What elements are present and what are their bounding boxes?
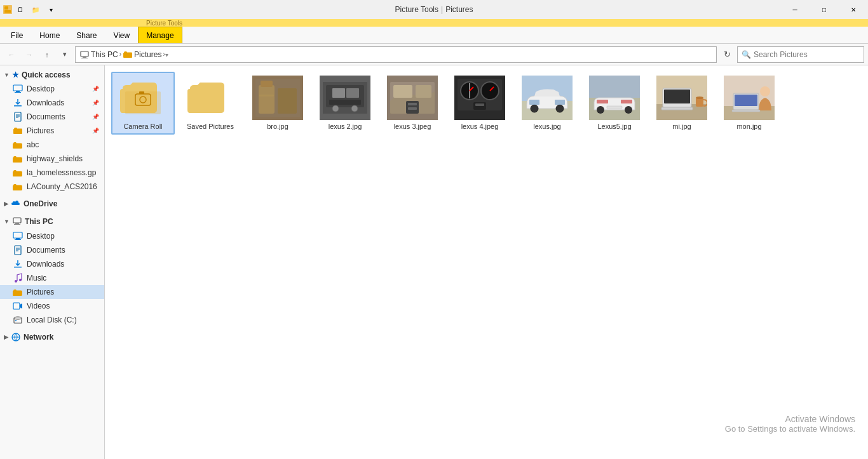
network-icon (11, 332, 21, 342)
thispc-downloads-icon (13, 259, 23, 269)
sidebar-item-desktop[interactable]: Desktop 📌 (0, 82, 104, 96)
forward-button[interactable]: → (22, 47, 37, 62)
desktop-pin-icon: 📌 (92, 86, 99, 92)
sidebar-network-label: Network (24, 333, 53, 342)
desktop-icon (13, 84, 23, 94)
sidebar-quickaccess-header[interactable]: ▼ ★ Quick access (0, 68, 104, 82)
svg-rect-54 (393, 85, 412, 98)
file-item-camera-roll[interactable]: Camera Roll (111, 72, 175, 135)
tab-view[interactable]: View (105, 27, 138, 43)
sidebar-item-abc[interactable]: abc (0, 138, 104, 152)
file-item-saved-pictures[interactable]: Saved Pictures (179, 72, 242, 135)
search-box[interactable]: 🔍 (737, 46, 864, 63)
sidebar-item-highway[interactable]: highway_shields (0, 152, 104, 166)
svg-rect-7 (16, 91, 20, 92)
search-input[interactable] (754, 50, 860, 59)
camera-roll-label: Camera Roll (123, 122, 162, 131)
svg-rect-84 (664, 90, 690, 103)
pictures-pin-icon: 📌 (92, 128, 99, 134)
svg-rect-8 (15, 92, 21, 93)
file-item-lexus5[interactable]: Lexus5.jpg (583, 72, 646, 135)
sidebar-onedrive-header[interactable]: ▶ OneDrive (0, 196, 104, 211)
svg-point-70 (556, 105, 564, 112)
sidebar-item-lacounty[interactable]: LACounty_ACS2016 (0, 180, 104, 194)
tab-file[interactable]: File (3, 27, 31, 43)
qat-new-folder-btn[interactable]: 📁 (29, 3, 42, 16)
up-button[interactable]: ↑ (39, 47, 55, 62)
bro-label: bro.jpg (267, 122, 288, 131)
svg-point-50 (332, 105, 339, 112)
quickaccess-icon: ★ (12, 70, 19, 79)
tab-manage[interactable]: Manage (138, 27, 182, 43)
svg-rect-58 (408, 107, 417, 110)
file-item-mi[interactable]: mi.jpg (650, 72, 714, 135)
qat-dropdown-btn[interactable]: ▾ (44, 3, 57, 16)
sidebar-item-homelessness[interactable]: la_homelessness.gp (0, 166, 104, 180)
lexus3-thumbnail (387, 76, 438, 120)
sidebar-thispc-label: This PC (25, 217, 53, 226)
search-icon: 🔍 (742, 50, 751, 59)
svg-rect-92 (735, 95, 757, 106)
file-item-bro[interactable]: bro.jpg (246, 72, 309, 135)
refresh-button[interactable]: ↻ (719, 47, 735, 62)
minimize-button[interactable]: ─ (780, 0, 810, 19)
path-pictures[interactable]: Pictures (134, 50, 161, 59)
sidebar-thispc-header[interactable]: ▼ This PC (0, 214, 104, 229)
svg-rect-85 (661, 107, 693, 110)
sidebar-item-thispc-videos[interactable]: Videos (0, 299, 104, 313)
file-item-lexus4[interactable]: lexus 4.jpeg (448, 72, 512, 135)
file-item-mon[interactable]: mon.jpg (717, 72, 781, 135)
recent-locations-button[interactable]: ▾ (57, 47, 72, 62)
file-item-lexus[interactable]: lexus.jpg (515, 72, 579, 135)
address-path[interactable]: This PC › Pictures › ▾ (75, 46, 717, 63)
downloads-pin-icon: 📌 (92, 100, 99, 106)
path-this-pc[interactable]: This PC (91, 50, 118, 59)
thispc-documents-icon (13, 245, 23, 255)
sidebar-item-thispc-localdisk[interactable]: Local Disk (C:) (0, 313, 104, 327)
svg-point-25 (15, 280, 17, 283)
maximize-button[interactable]: □ (810, 0, 839, 19)
lexus2-thumbnail (320, 76, 370, 120)
svg-rect-10 (15, 112, 21, 121)
file-grid: Camera Roll Saved Pictures (111, 72, 862, 135)
qat-properties-btn[interactable]: 🗒 (14, 3, 27, 16)
saved-pictures-thumbnail (185, 76, 236, 120)
tab-home[interactable]: Home (31, 27, 68, 43)
svg-rect-3 (81, 51, 88, 57)
file-item-lexus2[interactable]: lexus 2.jpg (313, 72, 377, 135)
sidebar-item-thispc-music[interactable]: Music (0, 271, 104, 285)
thispc-localdisk-icon (13, 315, 23, 325)
close-button[interactable]: ✕ (839, 0, 868, 19)
app-icon (3, 4, 13, 15)
sidebar-item-pictures-quick[interactable]: Pictures 📌 (0, 124, 104, 138)
pictures-quick-icon (13, 126, 23, 136)
lexus3-label: lexus 3.jpeg (394, 122, 431, 131)
sidebar-homelessness-label: la_homelessness.gp (27, 168, 96, 177)
svg-rect-9 (14, 105, 22, 107)
path-dropdown-arrow[interactable]: ▾ (165, 50, 712, 59)
sidebar-item-documents-quick[interactable]: Documents 📌 (0, 110, 104, 124)
svg-rect-47 (332, 88, 345, 98)
svg-point-90 (760, 86, 770, 96)
sidebar-network-header[interactable]: ▶ Network (0, 329, 104, 345)
tab-share[interactable]: Share (68, 27, 105, 43)
sidebar-item-thispc-documents[interactable]: Documents (0, 243, 104, 257)
sidebar-item-thispc-downloads[interactable]: Downloads (0, 257, 104, 271)
quick-access-toolbar: 🗒 📁 ▾ (14, 3, 57, 16)
file-item-lexus3[interactable]: lexus 3.jpeg (381, 72, 444, 135)
sidebar-item-thispc-pictures[interactable]: Pictures (0, 285, 104, 299)
svg-rect-93 (732, 110, 760, 112)
svg-rect-20 (15, 246, 21, 255)
mon-thumbnail (724, 76, 775, 120)
sidebar-item-downloads-quick[interactable]: Downloads 📌 (0, 96, 104, 110)
quickaccess-chevron: ▼ (4, 72, 10, 78)
thispc-chevron: ▼ (4, 218, 10, 225)
lexus-label: lexus.jpg (533, 122, 560, 131)
svg-rect-17 (13, 232, 22, 238)
sidebar-pictures-quick-label: Pictures (27, 126, 54, 135)
sidebar-item-thispc-desktop[interactable]: Desktop (0, 229, 104, 243)
picture-tools-ribbon-header: Picture Tools (146, 20, 182, 27)
back-button[interactable]: ← (4, 47, 19, 62)
svg-rect-19 (15, 239, 21, 240)
address-bar: ← → ↑ ▾ This PC › Pictures › ▾ ↻ 🔍 (0, 44, 868, 65)
